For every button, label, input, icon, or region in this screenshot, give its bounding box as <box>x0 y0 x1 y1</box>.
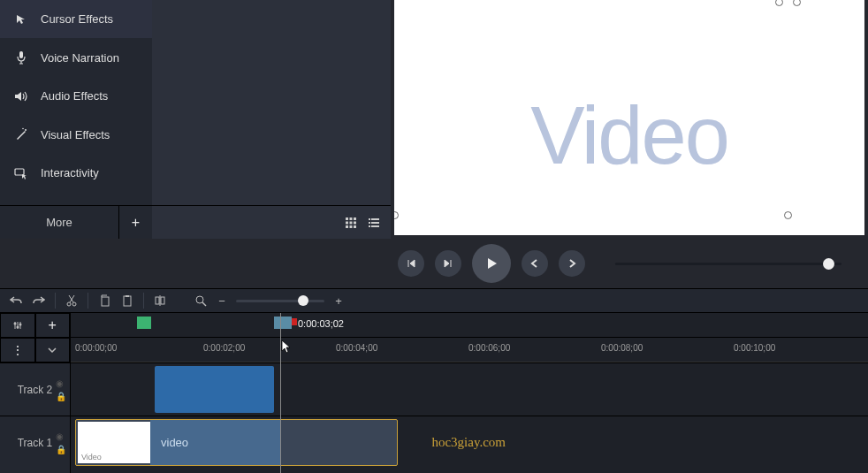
separator <box>55 293 56 309</box>
playhead-time-label: 0:00:03;02 <box>298 318 344 329</box>
preview-zoom-slider[interactable] <box>615 263 841 265</box>
track-lock-icon[interactable]: 🔒 <box>56 392 66 401</box>
preview-panel: Video <box>391 0 868 239</box>
add-tool-button[interactable]: + <box>118 206 152 240</box>
interactivity-icon <box>14 167 28 179</box>
ruler-tick: 0:00:06;00 <box>468 343 510 353</box>
track-options-button[interactable] <box>0 313 35 338</box>
ruler-tick: 0:00:08;00 <box>601 343 643 353</box>
zoom-out-button[interactable]: − <box>215 294 229 308</box>
ruler-tick: 0:00:04;00 <box>336 343 377 353</box>
zoom-in-button[interactable]: + <box>331 294 346 308</box>
track-row-2[interactable] <box>71 362 868 416</box>
track-header-column: + ⋮ Track 2 ◉🔒 Track 1 ◉🔒 <box>0 313 71 473</box>
list-view-button[interactable] <box>366 215 382 231</box>
sidebar-item-label: Voice Narration <box>41 51 119 65</box>
svg-point-20 <box>72 302 76 306</box>
track-name: Track 1 <box>18 437 53 449</box>
track-lock-icon[interactable]: 🔒 <box>56 445 66 454</box>
slider-knob[interactable] <box>298 295 308 306</box>
timeline-marker-lane[interactable]: 0:00:03;02 <box>71 313 868 338</box>
svg-rect-13 <box>369 218 370 220</box>
track-visibility-icon[interactable]: ◉ <box>56 431 66 441</box>
svg-rect-7 <box>346 221 348 224</box>
selection-handle[interactable] <box>775 0 783 6</box>
record-indicator-icon <box>292 318 297 325</box>
svg-point-34 <box>19 324 21 326</box>
undo-button[interactable] <box>9 294 23 308</box>
svg-rect-0 <box>19 51 23 58</box>
tools-sidebar: Cursor Effects Voice Narration Audio Eff… <box>0 0 152 239</box>
track-header-1[interactable]: Track 1 ◉🔒 <box>0 416 70 469</box>
svg-rect-9 <box>354 221 356 224</box>
separator <box>143 293 144 309</box>
svg-rect-10 <box>346 225 348 228</box>
preview-canvas[interactable]: Video <box>394 0 864 235</box>
track-header-2[interactable]: Track 2 ◉🔒 <box>0 362 70 416</box>
svg-point-19 <box>67 302 71 306</box>
clip-label: video <box>150 420 281 465</box>
clip-thumbnail-label: Video <box>81 453 102 462</box>
svg-rect-5 <box>350 217 353 220</box>
svg-rect-17 <box>369 225 370 227</box>
speaker-icon <box>14 90 28 103</box>
ruler-tick: 0:00:00;00 <box>75 343 117 353</box>
sidebar-item-audio-effects[interactable]: Audio Effects <box>0 77 152 115</box>
selection-handle[interactable] <box>394 211 399 219</box>
sidebar-item-visual-effects[interactable]: Visual Effects <box>0 115 152 154</box>
playhead-handle[interactable] <box>274 317 292 329</box>
slider-knob[interactable] <box>823 258 834 270</box>
svg-rect-22 <box>124 296 131 306</box>
svg-rect-12 <box>354 225 356 228</box>
media-bin-panel <box>152 0 391 239</box>
grid-view-button[interactable] <box>343 215 359 231</box>
playhead-line[interactable] <box>280 313 281 473</box>
sidebar-item-voice-narration[interactable]: Voice Narration <box>0 38 152 77</box>
copy-button[interactable] <box>97 294 111 308</box>
svg-rect-23 <box>126 295 129 297</box>
next-clip-button[interactable] <box>559 250 585 277</box>
track-visibility-icon[interactable]: ◉ <box>56 378 66 388</box>
more-button[interactable]: More <box>0 216 118 229</box>
marker-icon[interactable] <box>137 317 151 329</box>
redo-button[interactable] <box>32 294 46 308</box>
svg-rect-14 <box>371 218 379 220</box>
prev-frame-button[interactable] <box>398 250 424 277</box>
cursor-effects-icon <box>14 13 28 26</box>
svg-rect-3 <box>15 169 24 175</box>
svg-rect-16 <box>371 222 379 224</box>
sidebar-item-cursor-effects[interactable]: Cursor Effects <box>0 0 152 38</box>
watermark-text: hoc3giay.com <box>431 435 506 450</box>
paste-button[interactable] <box>120 294 134 308</box>
timeline-toolbar: − + <box>0 288 868 313</box>
ruler-tick: 0:00:02;00 <box>203 343 245 353</box>
add-track-button[interactable]: + <box>35 313 71 338</box>
sidebar-item-interactivity[interactable]: Interactivity <box>0 154 152 192</box>
separator <box>88 293 88 309</box>
prev-clip-button[interactable] <box>522 250 548 277</box>
selection-handle[interactable] <box>784 211 792 219</box>
split-button[interactable] <box>153 294 167 308</box>
timeline-ruler[interactable]: 0:00:00;00 0:00:02;00 0:00:04;00 0:00:06… <box>71 338 868 362</box>
next-frame-button[interactable] <box>435 250 461 277</box>
cut-button[interactable] <box>65 294 79 308</box>
play-button[interactable] <box>472 244 511 283</box>
microphone-icon <box>14 50 28 65</box>
timeline-clip-video[interactable]: Video video <box>75 419 398 466</box>
ruler-tick: 0:00:10;00 <box>734 343 775 353</box>
track-menu-button[interactable]: ⋮ <box>0 338 35 362</box>
svg-point-32 <box>13 323 16 325</box>
svg-rect-11 <box>350 225 353 228</box>
svg-rect-25 <box>161 297 164 304</box>
mouse-cursor-icon <box>281 339 292 354</box>
svg-rect-18 <box>371 225 379 227</box>
timeline-clip[interactable] <box>155 366 274 413</box>
selection-handle[interactable] <box>793 0 801 6</box>
track-collapse-button[interactable] <box>35 338 71 362</box>
svg-rect-15 <box>369 222 370 224</box>
svg-rect-6 <box>354 217 356 220</box>
svg-point-33 <box>16 326 19 329</box>
zoom-slider[interactable] <box>236 300 324 302</box>
svg-point-2 <box>22 128 24 130</box>
playback-bar <box>0 239 868 288</box>
